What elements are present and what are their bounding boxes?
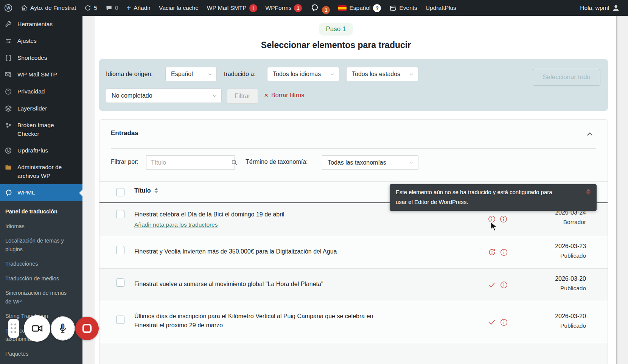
entry-status: Publicado bbox=[555, 285, 586, 292]
status-icons bbox=[488, 280, 508, 289]
entry-date-status: 2026-03-20 Publicado bbox=[555, 313, 586, 329]
collapse-chevron-up-icon[interactable] bbox=[586, 130, 594, 138]
chevron-down-icon bbox=[409, 72, 414, 77]
table-row[interactable]: Finestrat vuelve a sumarse al movimiento… bbox=[99, 268, 608, 301]
sidebar-item-privacidad[interactable]: Privacidad bbox=[0, 83, 82, 100]
info-icon[interactable] bbox=[500, 318, 508, 327]
account-menu[interactable]: Hola, wpml bbox=[576, 0, 624, 16]
wpml-badge: 1 bbox=[322, 6, 330, 14]
events-menu[interactable]: Events bbox=[385, 0, 421, 16]
submenu-item-paquetes[interactable]: Paquetes bbox=[5, 350, 79, 358]
date-sort-icon[interactable] bbox=[586, 189, 591, 195]
wpml-adminbar-menu[interactable]: 1 bbox=[306, 0, 334, 16]
microphone-button[interactable] bbox=[51, 316, 75, 341]
entry-title: Finestrat vuelve a sumarse al movimiento… bbox=[134, 280, 323, 289]
filter-button[interactable]: Filtrar bbox=[227, 89, 258, 104]
camera-icon bbox=[31, 322, 44, 335]
chevron-down-icon bbox=[330, 72, 335, 77]
sidebar-item-label: Privacidad bbox=[17, 87, 45, 96]
updates-menu[interactable]: 5 bbox=[80, 0, 101, 16]
select-all-button[interactable]: Seleccionar todo bbox=[533, 69, 600, 86]
status-icons bbox=[488, 248, 508, 257]
comments-menu[interactable]: 0 bbox=[101, 0, 123, 16]
info-icon[interactable] bbox=[500, 248, 508, 257]
add-new-menu[interactable]: + Añadir bbox=[122, 0, 155, 16]
settings-icon bbox=[5, 37, 13, 45]
microphone-icon bbox=[57, 323, 68, 334]
updraftplus-label: UpdraftPlus bbox=[426, 5, 456, 11]
search-icon bbox=[231, 159, 242, 166]
cookie-icon bbox=[5, 88, 13, 95]
clear-cache-menu[interactable]: Vaciar la caché bbox=[155, 0, 203, 16]
events-label: Events bbox=[399, 5, 417, 11]
clear-filters-link[interactable]: × Borrar filtros bbox=[264, 92, 304, 99]
svg-text:U: U bbox=[7, 149, 10, 152]
wp-mail-smtp-menu[interactable]: WP Mail SMTP ! bbox=[203, 0, 261, 16]
svg-text:W: W bbox=[6, 6, 10, 10]
row-checkbox[interactable] bbox=[116, 316, 124, 324]
submenu-item-traducciones[interactable]: Traducciones bbox=[5, 260, 79, 268]
recorder-drag-handle[interactable] bbox=[8, 319, 19, 338]
source-language-select[interactable]: Español bbox=[165, 67, 217, 81]
language-menu[interactable]: Español ? bbox=[334, 0, 385, 16]
wordpress-logo-icon: W bbox=[4, 4, 12, 12]
sidebar-item-ajustes[interactable]: Ajustes bbox=[0, 33, 82, 49]
taxonomy-select[interactable]: Todas las taxonomías bbox=[322, 155, 418, 170]
wpforms-label: WPForms bbox=[266, 5, 292, 11]
translation-filters-panel: Idioma de origen: Español traducido a: T… bbox=[99, 59, 608, 111]
row-checkbox[interactable] bbox=[116, 246, 124, 254]
stop-icon bbox=[82, 324, 92, 333]
target-language-select[interactable]: Todos los idiomas bbox=[267, 67, 339, 81]
info-icon[interactable] bbox=[499, 215, 508, 223]
entry-date: 2026-03-20 bbox=[555, 275, 586, 282]
info-icon[interactable] bbox=[500, 281, 508, 289]
submenu-item-traduccion-de-medios[interactable]: Traducción de medios bbox=[5, 274, 79, 283]
wpforms-menu[interactable]: WPForms 1 bbox=[261, 0, 306, 16]
stop-recording-button[interactable] bbox=[75, 317, 99, 340]
add-translator-note-link[interactable]: Añadir nota para los traductores bbox=[134, 221, 218, 228]
sidebar-item-layerslider[interactable]: LayerSlider bbox=[0, 100, 82, 117]
source-language-label: Idioma de origen: bbox=[106, 71, 153, 78]
title-search-box bbox=[146, 155, 235, 170]
entry-title: Finestrat y Veolia Invierten más de 350.… bbox=[134, 247, 337, 256]
user-avatar bbox=[612, 4, 620, 12]
select-all-checkbox[interactable] bbox=[116, 188, 124, 196]
submenu-item-sincronizacion-menus[interactable]: Sincronización de menús de WP bbox=[5, 289, 68, 306]
sidebar-item-shortcodes[interactable]: Shortcodes bbox=[0, 50, 82, 66]
title-sort-icon[interactable] bbox=[154, 188, 158, 193]
table-row[interactable]: Finestrat y Veolia Invierten más de 350.… bbox=[99, 236, 608, 269]
chevron-down-icon bbox=[212, 93, 218, 99]
entry-title: Últimos días de inscripción para el Kiló… bbox=[134, 312, 392, 330]
title-search-input[interactable] bbox=[146, 159, 231, 166]
translated-check-icon[interactable] bbox=[488, 280, 496, 289]
row-checkbox[interactable] bbox=[116, 210, 124, 218]
completion-status-select[interactable]: No completado bbox=[106, 89, 222, 103]
sidebar-item-label: Shortcodes bbox=[17, 54, 47, 62]
submenu-item-localizacion[interactable]: Localización de temas y plugins bbox=[5, 236, 72, 254]
sidebar-item-wp-mail-smtp[interactable]: WP Mail SMTP bbox=[0, 66, 82, 83]
row-checkbox[interactable] bbox=[116, 278, 124, 287]
submenu-item-idiomas[interactable]: Idiomas bbox=[5, 222, 79, 230]
sidebar-item-broken-image-checker[interactable]: Broken Image Checker bbox=[0, 117, 72, 142]
sidebar-item-wpml[interactable]: WPML bbox=[0, 184, 82, 201]
camera-button[interactable] bbox=[24, 315, 50, 342]
entry-date-status: 2026-03-20 Publicado bbox=[555, 275, 586, 292]
submenu-item-panel-de-traduccion[interactable]: Panel de traducción bbox=[5, 207, 79, 216]
update-icon bbox=[84, 5, 91, 11]
sidebar-item-updraftplus[interactable]: U UpdraftPlus bbox=[0, 142, 82, 159]
updraftplus-menu[interactable]: UpdraftPlus bbox=[421, 0, 460, 16]
translation-status-select[interactable]: Todos los estados bbox=[346, 67, 418, 81]
entry-date: 2026-03-23 bbox=[555, 243, 586, 250]
table-row[interactable]: Últimos días de inscripción para el Kiló… bbox=[99, 301, 608, 343]
wpml-icon bbox=[310, 3, 319, 12]
site-name-link[interactable]: Ayto. de Finestrat bbox=[17, 0, 80, 16]
needs-update-icon[interactable] bbox=[488, 248, 496, 257]
language-help-badge: ? bbox=[373, 4, 381, 12]
page-title: Seleccionar elementos para traducir bbox=[95, 40, 577, 50]
sidebar-item-administrador-archivos[interactable]: Administrador de archivos WP bbox=[0, 159, 72, 184]
shortcodes-icon bbox=[5, 54, 13, 62]
wordpress-logo-menu[interactable]: W bbox=[0, 0, 17, 16]
tools-icon bbox=[5, 20, 13, 28]
translated-check-icon[interactable] bbox=[488, 318, 496, 327]
sidebar-item-herramientas[interactable]: Herramientas bbox=[0, 16, 82, 33]
